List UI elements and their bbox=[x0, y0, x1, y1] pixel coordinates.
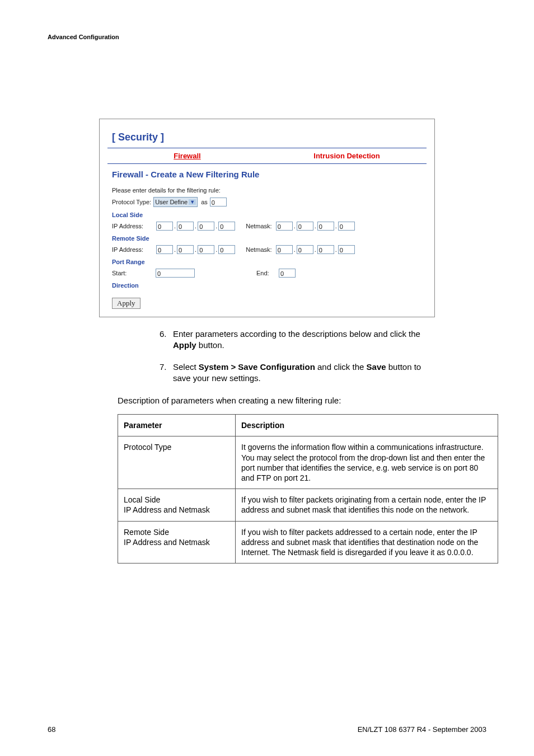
tab-bar: Firewall Intrusion Detection bbox=[107, 148, 427, 164]
param-desc: It governs the information flow within a… bbox=[236, 436, 498, 489]
step-7-text-c: and click the bbox=[315, 362, 367, 372]
description-intro: Description of parameters when creating … bbox=[118, 395, 431, 406]
steps-list: 6. Enter parameters according to the des… bbox=[160, 328, 428, 384]
param-name: Protocol Type bbox=[124, 443, 171, 452]
apply-button[interactable]: Apply bbox=[112, 298, 140, 309]
remote-ip-oct3[interactable]: 0 bbox=[198, 245, 214, 254]
step-7-text-a: Select bbox=[173, 362, 199, 372]
step-7: 7. Select System > Save Configuration an… bbox=[160, 361, 428, 384]
remote-side-heading: Remote Side bbox=[112, 235, 427, 242]
param-name-b: IP Address and Netmask bbox=[124, 505, 210, 514]
param-name: Remote Side bbox=[124, 528, 169, 537]
chevron-down-icon: ▼ bbox=[189, 199, 196, 205]
th-description: Description bbox=[236, 415, 498, 436]
step-6-text-c: button. bbox=[196, 340, 224, 350]
remote-nm-oct3[interactable]: 0 bbox=[317, 245, 334, 254]
panel-title: Firewall - Create a New Filtering Rule bbox=[112, 170, 427, 179]
section-title: [ Security ] bbox=[112, 132, 427, 143]
port-range-row: Start: 0 End: 0 bbox=[112, 269, 427, 278]
doc-id: EN/LZT 108 6377 R4 - September 2003 bbox=[358, 725, 486, 734]
local-nm-oct3[interactable]: 0 bbox=[317, 222, 334, 231]
end-input[interactable]: 0 bbox=[279, 269, 296, 278]
local-netmask-label: Netmask: bbox=[246, 223, 271, 229]
as-input[interactable]: 0 bbox=[210, 198, 227, 206]
local-ip-oct3[interactable]: 0 bbox=[198, 222, 214, 231]
table-row: Remote SideIP Address and Netmask If you… bbox=[118, 521, 498, 564]
local-nm-oct2[interactable]: 0 bbox=[297, 222, 313, 231]
tab-firewall[interactable]: Firewall bbox=[107, 148, 267, 163]
step-6-bold: Apply bbox=[173, 340, 196, 350]
direction-heading: Direction bbox=[112, 282, 427, 289]
protocol-type-value: User Define bbox=[155, 199, 188, 205]
firewall-screenshot: [ Security ] Firewall Intrusion Detectio… bbox=[99, 119, 435, 317]
remote-nm-oct4[interactable]: 0 bbox=[338, 245, 355, 254]
start-label: Start: bbox=[112, 270, 156, 276]
local-nm-oct1[interactable]: 0 bbox=[276, 222, 293, 231]
remote-nm-oct1[interactable]: 0 bbox=[276, 245, 293, 254]
param-desc: If you wish to filter packets originatin… bbox=[236, 489, 498, 521]
param-name-b: IP Address and Netmask bbox=[124, 538, 210, 547]
local-side-heading: Local Side bbox=[112, 212, 427, 218]
port-range-heading: Port Range bbox=[112, 259, 427, 265]
local-nm-oct4[interactable]: 0 bbox=[338, 222, 355, 231]
tab-intrusion-detection[interactable]: Intrusion Detection bbox=[267, 148, 427, 163]
step-7-num: 7. bbox=[160, 361, 173, 384]
local-ip-oct4[interactable]: 0 bbox=[218, 222, 235, 231]
step-7-bold-1: System > Save Configuration bbox=[199, 362, 315, 372]
step-6: 6. Enter parameters according to the des… bbox=[160, 328, 428, 351]
table-row: Protocol Type It governs the information… bbox=[118, 436, 498, 489]
protocol-type-select[interactable]: User Define ▼ bbox=[153, 197, 198, 207]
local-ip-oct2[interactable]: 0 bbox=[177, 222, 194, 231]
remote-netmask-label: Netmask: bbox=[246, 246, 271, 253]
param-desc: If you wish to filter packets addressed … bbox=[236, 521, 498, 564]
params-table: Parameter Description Protocol Type It g… bbox=[118, 414, 498, 564]
page-number: 68 bbox=[48, 725, 55, 734]
remote-ip-row: IP Address: 0. 0. 0. 0 Netmask: 0. 0. 0.… bbox=[112, 245, 427, 254]
start-input[interactable]: 0 bbox=[156, 269, 195, 278]
remote-ip-oct4[interactable]: 0 bbox=[218, 245, 235, 254]
remote-ip-label: IP Address: bbox=[112, 246, 156, 253]
step-6-num: 6. bbox=[160, 328, 173, 351]
form-area: Please enter details for the filtering r… bbox=[107, 187, 427, 309]
protocol-type-label: Protocol Type: bbox=[112, 199, 151, 205]
step-7-bold-2: Save bbox=[367, 362, 386, 372]
remote-ip-oct2[interactable]: 0 bbox=[177, 245, 194, 254]
protocol-type-row: Protocol Type: User Define ▼ as 0 bbox=[112, 197, 427, 207]
local-ip-oct1[interactable]: 0 bbox=[156, 222, 173, 231]
as-label: as bbox=[201, 199, 208, 205]
local-ip-label: IP Address: bbox=[112, 223, 156, 229]
end-label: End: bbox=[256, 270, 279, 276]
remote-nm-oct2[interactable]: 0 bbox=[297, 245, 313, 254]
local-ip-row: IP Address: 0. 0. 0. 0 Netmask: 0. 0. 0.… bbox=[112, 222, 427, 231]
page-header: Advanced Configuration bbox=[48, 34, 486, 40]
page-footer: 68 EN/LZT 108 6377 R4 - September 2003 bbox=[48, 725, 486, 734]
th-parameter: Parameter bbox=[118, 415, 236, 436]
remote-ip-oct1[interactable]: 0 bbox=[156, 245, 173, 254]
param-name: Local Side bbox=[124, 495, 160, 504]
table-row: Local SideIP Address and Netmask If you … bbox=[118, 489, 498, 521]
step-6-text-a: Enter parameters according to the descri… bbox=[173, 329, 420, 339]
instr-text: Please enter details for the filtering r… bbox=[112, 187, 427, 194]
